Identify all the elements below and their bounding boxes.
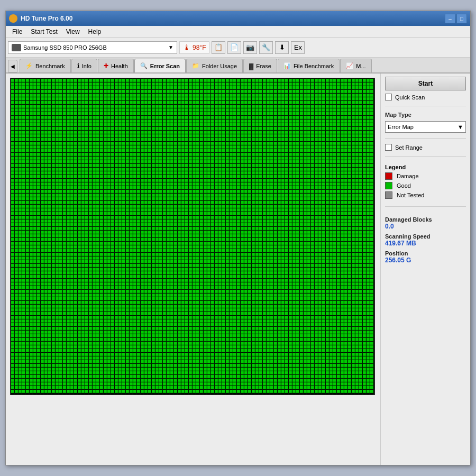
legend-item-damage: Damage (385, 172, 466, 180)
map-type-label: Map Type (385, 112, 466, 118)
drive-icon (12, 44, 21, 51)
file-bench-icon: 📊 (283, 62, 291, 69)
scan-grid-container (10, 78, 375, 395)
more-icon: 📈 (346, 62, 353, 69)
scan-grid-canvas (11, 78, 375, 395)
main-content: Start Quick Scan Map Type Error Map ▼ Se… (6, 74, 470, 465)
error-map-dropdown[interactable]: Error Map ▼ (385, 121, 466, 133)
error-scan-icon: 🔍 (140, 62, 148, 69)
toolbar-btn-2[interactable]: 📄 (227, 41, 241, 54)
legend-color-good (385, 182, 392, 189)
maximize-button[interactable]: □ (456, 14, 467, 23)
quick-scan-checkbox[interactable] (385, 94, 392, 100)
menu-file[interactable]: File (8, 27, 26, 36)
legend-color-not-tested (385, 191, 392, 199)
toolbar-btn-1[interactable]: 📋 (212, 41, 225, 54)
tab-erase[interactable]: ▓ Erase (243, 59, 277, 72)
legend-color-damage (385, 172, 392, 180)
benchmark-icon: ⚡ (25, 62, 33, 69)
legend-label-damage: Damage (397, 173, 419, 179)
scanning-speed-label: Scanning Speed (385, 233, 466, 240)
tab-file-benchmark[interactable]: 📊 File Benchmark (278, 59, 340, 72)
folder-icon: 📁 (192, 62, 199, 69)
menu-bar: File Start Test View Help (6, 26, 470, 38)
legend-label-good: Good (397, 182, 411, 189)
erase-icon: ▓ (249, 63, 253, 69)
stats-section: Damaged Blocks 0.0 Scanning Speed 419.67… (385, 216, 466, 267)
divider-1 (385, 106, 466, 106)
temperature-value: 98°F (193, 44, 206, 51)
legend-label-not-tested: Not Tested (397, 192, 424, 198)
menu-view[interactable]: View (62, 27, 84, 36)
toolbar-btn-down[interactable]: ⬇ (275, 41, 289, 54)
scan-area (6, 74, 380, 465)
legend-title: Legend (385, 164, 466, 170)
tab-info[interactable]: ℹ Info (71, 59, 97, 72)
drive-selector[interactable]: Samsung SSD 850 PRO 256GB ▼ (8, 41, 177, 54)
set-range-label: Set Range (395, 144, 423, 151)
position-label: Position (385, 250, 466, 257)
window-controls: – □ (445, 14, 467, 23)
toolbar-btn-camera[interactable]: 📷 (243, 41, 257, 54)
toolbar-btn-expand[interactable]: Ex (291, 41, 305, 54)
damaged-blocks-label: Damaged Blocks (385, 216, 466, 223)
minimize-button[interactable]: – (445, 14, 455, 23)
quick-scan-label: Quick Scan (395, 94, 425, 100)
info-icon: ℹ (77, 62, 79, 69)
scanning-speed-value: 419.67 MB (385, 240, 466, 247)
divider-4 (385, 206, 466, 207)
set-range-checkbox[interactable] (385, 144, 392, 151)
legend-section: Legend Damage Good Not Tested (385, 164, 466, 201)
main-window: HD Tune Pro 6.00 – □ File Start Test Vie… (5, 11, 471, 465)
tab-error-scan[interactable]: 🔍 Error Scan (134, 59, 186, 72)
temperature-display: 🌡 98°F (179, 41, 209, 54)
tab-nav-left[interactable]: ◀ (8, 60, 17, 72)
start-button[interactable]: Start (385, 77, 466, 90)
menu-help[interactable]: Help (84, 27, 106, 36)
tab-bar: ◀ ⚡ Benchmark ℹ Info ✚ Health 🔍 Error Sc… (6, 58, 470, 74)
right-panel: Start Quick Scan Map Type Error Map ▼ Se… (380, 74, 470, 465)
toolbar: Samsung SSD 850 PRO 256GB ▼ 🌡 98°F 📋 📄 📷… (6, 38, 470, 58)
health-icon: ✚ (104, 62, 108, 69)
set-range-row: Set Range (385, 144, 466, 151)
menu-start-test[interactable]: Start Test (26, 27, 61, 36)
window-title: HD Tune Pro 6.00 (21, 15, 445, 22)
divider-3 (385, 156, 466, 157)
toolbar-btn-settings[interactable]: 🔧 (259, 41, 273, 54)
divider-2 (385, 138, 466, 139)
damaged-blocks-value: 0.0 (385, 223, 466, 230)
tab-folder-usage[interactable]: 📁 Folder Usage (186, 59, 243, 72)
desktop: HD Tune Pro 6.00 – □ File Start Test Vie… (0, 0, 476, 476)
dropdown-arrow: ▼ (457, 124, 463, 130)
drive-select-arrow: ▼ (168, 44, 173, 50)
thermometer-icon: 🌡 (183, 43, 190, 52)
position-value: 256.05 G (385, 257, 466, 264)
title-bar: HD Tune Pro 6.00 – □ (6, 11, 470, 26)
tab-benchmark[interactable]: ⚡ Benchmark (20, 59, 71, 72)
app-icon (9, 14, 17, 23)
legend-item-not-tested: Not Tested (385, 191, 466, 199)
tab-more[interactable]: 📈 M... (340, 59, 371, 72)
legend-item-good: Good (385, 182, 466, 189)
tab-health[interactable]: ✚ Health (98, 59, 134, 72)
drive-name: Samsung SSD 850 PRO 256GB (23, 44, 107, 51)
quick-scan-row: Quick Scan (385, 94, 466, 100)
